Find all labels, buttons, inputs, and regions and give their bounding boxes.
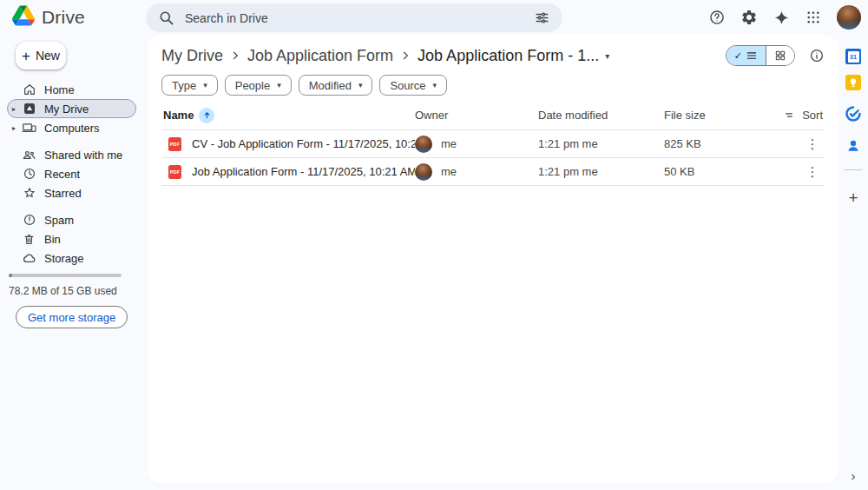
filter-chip-modified[interactable]: Modified ▾ [299, 75, 373, 96]
left-sidebar: + New Home ▸ [0, 35, 148, 490]
breadcrumb-parent-folder[interactable]: Job Application Form [247, 47, 393, 65]
grid-view-button[interactable] [766, 46, 794, 65]
sidebar-item-label: Bin [44, 233, 61, 246]
sort-button[interactable]: Sort [783, 101, 823, 129]
breadcrumb-current-folder[interactable]: Job Application Form - 1... [418, 47, 599, 65]
sidebar-item-label: My Drive [44, 103, 89, 116]
sort-ascending-icon[interactable] [199, 108, 214, 123]
storage-cloud-icon [22, 251, 36, 266]
collapse-panel-chevron-icon[interactable]: › [852, 469, 856, 482]
computers-icon [22, 121, 36, 136]
search-icon[interactable] [158, 10, 174, 26]
date-modified: 1:21 pm me [538, 165, 664, 178]
gemini-sparkle-icon[interactable] [773, 9, 790, 26]
tasks-icon[interactable] [845, 106, 861, 125]
chip-label: Type [172, 79, 196, 92]
sidebar-item-spam[interactable]: Spam [7, 210, 136, 229]
sidebar-item-label: Spam [44, 214, 74, 227]
column-header-owner[interactable]: Owner [415, 109, 538, 122]
keep-icon[interactable] [845, 75, 861, 94]
apps-grid-icon[interactable] [805, 9, 822, 26]
sidebar-item-label: Starred [44, 187, 82, 200]
sidebar-item-bin[interactable]: Bin [7, 229, 136, 248]
file-row[interactable]: PDF CV - Job Application Form - 11/17/20… [161, 130, 825, 158]
column-header-name[interactable]: Name [161, 108, 415, 123]
sidebar-item-starred[interactable]: Starred [7, 183, 136, 202]
column-header-size[interactable]: File size [664, 109, 800, 122]
breadcrumb-my-drive[interactable]: My Drive [161, 47, 223, 65]
spam-icon [22, 213, 36, 228]
sort-lines-icon [783, 109, 796, 122]
chip-label: Modified [309, 79, 352, 92]
search-input[interactable] [185, 11, 523, 25]
view-mode-toggle: ✓ [726, 45, 795, 66]
list-icon [746, 50, 758, 62]
calendar-icon[interactable]: 31 [845, 49, 861, 64]
sidebar-item-label: Shared with me [44, 149, 122, 162]
sidebar-nav: Home ▸ My Drive ▸ [0, 80, 148, 268]
grid-icon [774, 50, 786, 62]
topbar-actions [708, 0, 861, 35]
sidebar-item-computers[interactable]: ▸ Computers [7, 118, 136, 137]
contacts-icon[interactable] [845, 138, 861, 157]
get-more-storage-button[interactable]: Get more storage [16, 306, 128, 328]
star-icon [22, 186, 36, 201]
plus-icon: + [22, 49, 30, 63]
recent-clock-icon [22, 167, 36, 182]
file-size: 825 KB [664, 137, 800, 150]
file-size: 50 KB [664, 165, 800, 178]
owner-avatar [415, 163, 432, 181]
sidebar-item-my-drive[interactable]: ▸ My Drive [7, 99, 136, 118]
sort-label: Sort [802, 109, 823, 122]
chip-label: People [235, 79, 270, 92]
search-bar[interactable] [146, 3, 562, 32]
chip-label: Source [390, 79, 425, 92]
app-title: Drive [42, 7, 85, 28]
more-actions-kebab-icon[interactable]: ⋮ [800, 136, 825, 152]
settings-gear-icon[interactable] [740, 9, 758, 26]
breadcrumb: My Drive Job Application Form Job Applic… [161, 43, 825, 68]
file-list-panel: My Drive Job Application Form Job Applic… [148, 35, 838, 483]
storage-progress-fill [9, 274, 12, 277]
caret-down-icon: ▾ [277, 81, 281, 89]
expand-caret-icon[interactable]: ▸ [12, 105, 22, 113]
advanced-search-tune-icon[interactable] [534, 10, 550, 26]
storage-progress-bar [9, 274, 122, 277]
owner-name: me [441, 165, 457, 178]
help-icon[interactable] [708, 9, 726, 26]
header-label: Name [163, 109, 194, 122]
column-header-modified[interactable]: Date modified [538, 109, 664, 122]
chevron-right-icon [398, 48, 413, 63]
add-addon-plus-icon[interactable]: + [848, 189, 858, 206]
chevron-right-icon [227, 48, 243, 63]
owner-name: me [441, 137, 457, 150]
top-bar: Drive [0, 0, 868, 35]
caret-down-icon: ▾ [203, 81, 207, 89]
filter-chips: Type ▾ People ▾ Modified ▾ Source ▾ [161, 75, 825, 96]
folder-menu-caret-icon[interactable]: ▾ [605, 51, 609, 61]
file-row[interactable]: PDF Job Application Form - 11/17/2025, 1… [161, 158, 825, 186]
filter-chip-people[interactable]: People ▾ [225, 75, 292, 96]
sidebar-item-recent[interactable]: Recent [7, 164, 136, 183]
pdf-file-icon: PDF [168, 137, 181, 151]
new-button-label: New [36, 49, 60, 63]
google-drive-app: Drive [0, 0, 868, 490]
account-avatar[interactable] [837, 5, 861, 30]
sidebar-item-shared-with-me[interactable]: Shared with me [7, 145, 136, 164]
storage-usage-text: 78.2 MB of 15 GB used [9, 285, 148, 297]
filter-chip-source[interactable]: Source ▾ [379, 75, 447, 96]
sidebar-item-home[interactable]: Home [7, 80, 136, 99]
owner-avatar [415, 136, 432, 153]
sidebar-item-label: Storage [44, 252, 84, 265]
filter-chip-type[interactable]: Type ▾ [161, 75, 218, 96]
list-view-button[interactable]: ✓ [727, 46, 766, 65]
sidebar-item-label: Home [44, 83, 75, 96]
more-actions-kebab-icon[interactable]: ⋮ [800, 164, 825, 180]
sidebar-item-storage[interactable]: Storage [7, 248, 136, 268]
new-button[interactable]: + New [16, 42, 66, 70]
file-name: CV - Job Application Form - 11/17/2025, … [192, 137, 415, 150]
caret-down-icon: ▾ [358, 81, 363, 89]
details-info-icon[interactable] [809, 48, 825, 63]
expand-caret-icon[interactable]: ▸ [12, 124, 22, 132]
drive-brand[interactable]: Drive [0, 5, 85, 30]
